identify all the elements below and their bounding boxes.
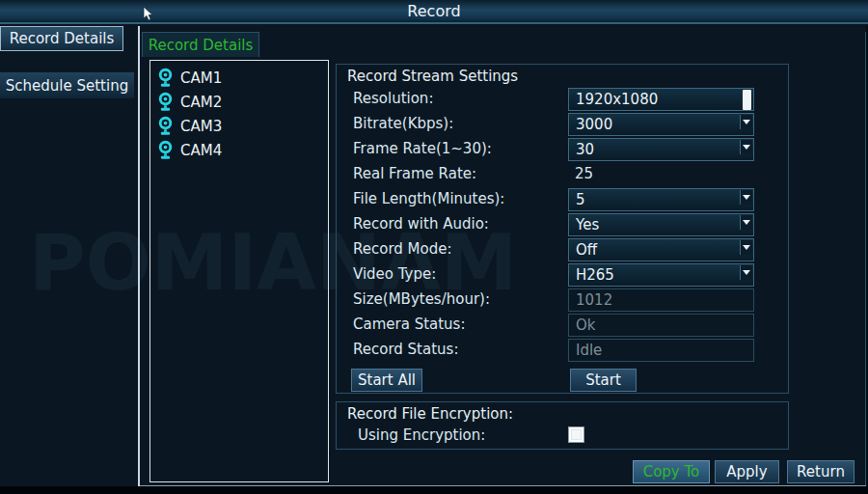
record-audio-label: Record with Audio:: [353, 215, 489, 233]
field-value: 5: [576, 191, 585, 208]
size-label: Size(MBytes/hour):: [353, 290, 490, 308]
copy-to-button[interactable]: Copy To: [633, 460, 710, 483]
settings-row: Record with Audio:Yes: [337, 213, 788, 238]
settings-row: Frame Rate(1~30):30: [337, 138, 788, 163]
dropdown-arrow-icon[interactable]: [740, 115, 752, 129]
settings-row: Real Frame Rate:25: [337, 163, 788, 188]
field-value: 1920x1080: [576, 91, 658, 108]
camera-list-item[interactable]: CAM3: [150, 114, 328, 138]
settings-row: Size(MBytes/hour):1012: [337, 288, 788, 314]
mouse-cursor-icon: [143, 7, 154, 22]
field-value: H265: [576, 266, 614, 284]
sidebar-item-record-details[interactable]: Record Details: [0, 26, 123, 51]
tab-record-details[interactable]: Record Details: [142, 32, 259, 57]
apply-button[interactable]: Apply: [715, 460, 779, 483]
start-button[interactable]: Start: [570, 369, 637, 392]
start-all-button[interactable]: Start All: [351, 369, 422, 392]
settings-row: Bitrate(Kbps):3000: [337, 113, 788, 138]
record-mode-dropdown[interactable]: Off: [568, 238, 754, 261]
field-value: 30: [576, 141, 594, 158]
group-title: Record Stream Settings: [347, 68, 518, 85]
title-bar: Record: [0, 0, 868, 24]
dropdown-arrow-icon[interactable]: [740, 140, 752, 154]
dropdown-arrow-icon[interactable]: [740, 265, 752, 280]
return-button[interactable]: Return: [787, 460, 854, 483]
bottom-strip: [0, 486, 868, 494]
frame-rate-dropdown[interactable]: 30: [568, 138, 754, 161]
field-value: 3000: [576, 116, 612, 133]
webcam-icon: [157, 116, 174, 136]
field-value: Yes: [576, 216, 599, 233]
camera-name: CAM2: [180, 94, 222, 111]
webcam-icon: [157, 92, 174, 112]
webcam-icon: [157, 140, 174, 160]
record-status-label: Record Status:: [353, 341, 458, 358]
sidebar-item-schedule-setting[interactable]: Schedule Setting: [0, 72, 134, 98]
camera-name: CAM3: [180, 118, 222, 135]
resolution-dropdown[interactable]: 1920x1080: [568, 88, 754, 111]
video-type-label: Video Type:: [353, 265, 436, 283]
frame-rate-label: Frame Rate(1~30):: [353, 140, 492, 157]
camera-status-field: Ok: [568, 314, 754, 337]
group-title: Record File Encryption:: [347, 405, 513, 423]
settings-row: Video Type:H265: [337, 263, 788, 288]
settings-row: Record Mode:Off: [337, 238, 788, 263]
bitrate-dropdown[interactable]: 3000: [568, 113, 754, 136]
settings-row: Resolution:1920x1080: [337, 88, 788, 113]
camera-list: CAM1CAM2CAM3CAM4: [149, 60, 329, 482]
camera-name: CAM4: [180, 142, 222, 159]
camera-list-item[interactable]: CAM1: [150, 66, 328, 90]
size-field: 1012: [568, 288, 754, 312]
field-value: Off: [576, 241, 597, 259]
record-audio-dropdown[interactable]: Yes: [568, 213, 754, 236]
using-encryption-checkbox[interactable]: [568, 426, 584, 443]
file-length-label: File Length(Minutes):: [353, 190, 504, 207]
settings-row: Record Status:Idle: [337, 339, 788, 364]
real-frame-rate-label: Real Frame Rate:: [353, 165, 476, 182]
real-frame-rate-value: 25: [575, 165, 593, 182]
scrollbar-thumb[interactable]: [743, 90, 751, 110]
sidebar-divider: [138, 26, 140, 486]
page-title: Record: [407, 2, 460, 20]
dropdown-arrow-icon[interactable]: [740, 215, 752, 230]
dropdown-arrow-icon[interactable]: [740, 240, 752, 255]
record-stream-settings-group: Record Stream Settings Resolution:1920x1…: [336, 64, 789, 394]
camera-list-item[interactable]: CAM2: [150, 90, 328, 114]
record-window: POMIANAM Record Record Details Schedule …: [0, 0, 868, 494]
webcam-icon: [157, 68, 174, 88]
camera-status-label: Camera Status:: [353, 316, 465, 333]
settings-row: Camera Status:Ok: [337, 314, 788, 339]
using-encryption-label: Using Encryption:: [358, 426, 485, 444]
record-mode-label: Record Mode:: [353, 240, 452, 258]
settings-row: File Length(Minutes):5: [337, 188, 788, 213]
file-length-dropdown[interactable]: 5: [568, 188, 754, 211]
camera-name: CAM1: [180, 69, 222, 87]
video-type-dropdown[interactable]: H265: [568, 263, 754, 287]
record-file-encryption-group: Record File Encryption: Using Encryption…: [336, 401, 789, 450]
field-value: Idle: [576, 342, 602, 359]
camera-list-item[interactable]: CAM4: [150, 138, 328, 162]
resolution-label: Resolution:: [353, 90, 433, 107]
dropdown-arrow-icon[interactable]: [740, 190, 752, 205]
field-value: Ok: [576, 316, 596, 334]
bitrate-label: Bitrate(Kbps):: [353, 115, 453, 132]
record-status-field: Idle: [568, 339, 754, 362]
field-value: 1012: [576, 291, 612, 309]
